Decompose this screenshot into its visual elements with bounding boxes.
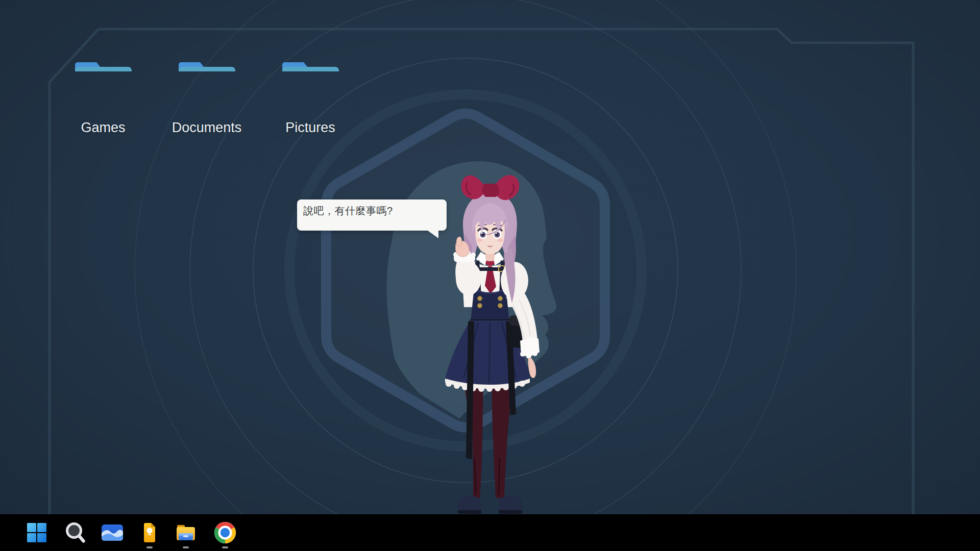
search-button[interactable] bbox=[63, 514, 87, 551]
folder-label: Pictures bbox=[285, 120, 335, 136]
keep-notes-button[interactable] bbox=[138, 514, 161, 551]
photos-button[interactable] bbox=[101, 514, 124, 551]
start-button[interactable] bbox=[25, 514, 48, 551]
desktop-folder-games[interactable]: Games bbox=[62, 62, 144, 136]
chrome-button[interactable] bbox=[213, 514, 237, 551]
folder-icon bbox=[179, 62, 235, 110]
windows-logo-icon bbox=[27, 523, 46, 542]
folder-icon bbox=[282, 62, 339, 110]
speech-text: 說吧，有什麼事嗎? bbox=[303, 204, 440, 218]
screen: Games Documents Pictures bbox=[0, 0, 980, 551]
file-explorer-button[interactable] bbox=[174, 514, 198, 551]
folder-icon bbox=[75, 62, 132, 110]
running-indicator bbox=[146, 546, 153, 548]
photos-icon bbox=[102, 524, 123, 541]
search-icon bbox=[64, 521, 86, 544]
folder-icon bbox=[176, 523, 195, 542]
desktop-folder-pictures[interactable]: Pictures bbox=[270, 62, 351, 136]
folder-label: Documents bbox=[172, 120, 242, 136]
desktop-wallpaper: Games Documents Pictures bbox=[0, 0, 980, 514]
note-icon bbox=[144, 523, 155, 542]
running-indicator bbox=[222, 546, 228, 548]
speech-bubble: 說吧，有什麼事嗎? bbox=[297, 199, 447, 231]
running-indicator bbox=[183, 546, 189, 548]
taskbar bbox=[0, 514, 980, 551]
chrome-icon bbox=[213, 521, 237, 544]
desktop-folder-documents[interactable]: Documents bbox=[166, 62, 248, 136]
assistant-character[interactable] bbox=[431, 172, 549, 514]
folder-label: Games bbox=[81, 120, 125, 136]
speech-bubble-tail bbox=[428, 231, 438, 238]
